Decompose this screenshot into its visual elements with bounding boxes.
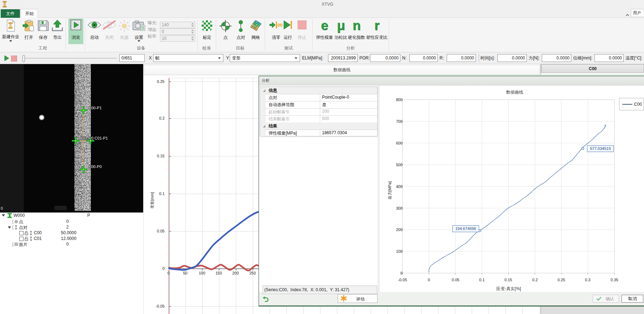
svg-text:0: 0: [1, 206, 3, 210]
svg-text:C01-P0 C01-P1: C01-P0 C01-P1: [80, 136, 108, 140]
svg-text:C00-P1: C00-P1: [88, 106, 102, 110]
svg-text:C00-P0: C00-P0: [88, 164, 102, 169]
